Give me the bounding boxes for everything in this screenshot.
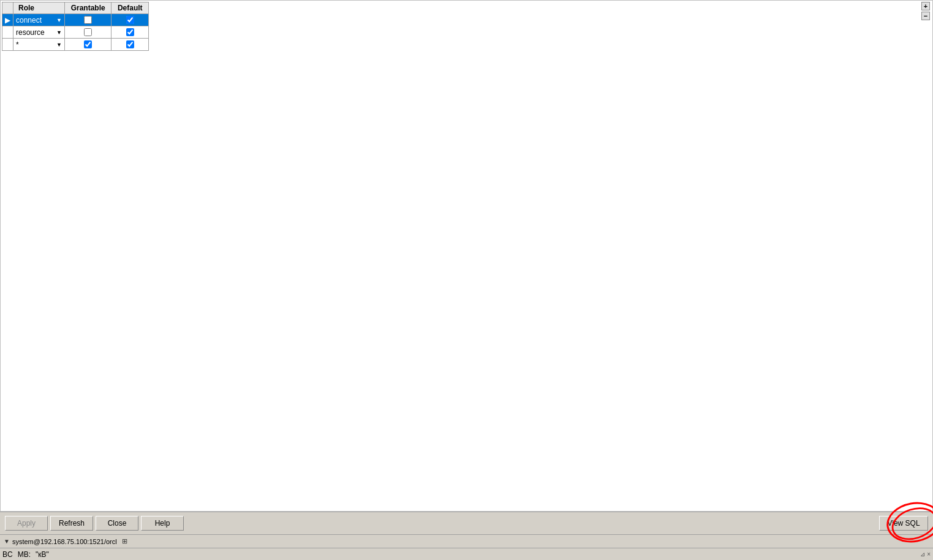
grantable-cell[interactable] bbox=[64, 14, 111, 26]
grantable-checkbox[interactable] bbox=[84, 16, 92, 24]
status-bc: BC bbox=[2, 550, 13, 559]
bottom-bar: Apply Refresh Close Help View SQL bbox=[0, 512, 933, 534]
col-arrow-header bbox=[2, 2, 13, 14]
view-sql-button[interactable]: View SQL bbox=[879, 516, 928, 531]
resize-icon: ⊿ × bbox=[920, 551, 931, 558]
col-grantable-header: Grantable bbox=[64, 2, 111, 14]
col-role-header: Role bbox=[13, 2, 65, 14]
action-buttons: Apply Refresh Close Help bbox=[5, 516, 184, 531]
bottom-status-right: ⊿ × bbox=[920, 551, 931, 558]
status-kb: "кB" bbox=[36, 550, 49, 559]
bottom-status-left: BC MB: "кB" bbox=[2, 550, 49, 559]
role-name: * bbox=[16, 40, 19, 49]
pin-icon: ⊞ bbox=[122, 537, 127, 545]
col-default-header: Default bbox=[111, 2, 149, 14]
default-cell[interactable] bbox=[111, 26, 149, 39]
role-dropdown-arrow[interactable]: ▼ bbox=[56, 42, 62, 48]
status-arrow-icon: ▼ bbox=[4, 538, 10, 545]
roles-table: Role Grantable Default ▶connect▼resource… bbox=[2, 2, 149, 51]
grantable-checkbox[interactable] bbox=[84, 40, 92, 48]
refresh-button[interactable]: Refresh bbox=[50, 516, 93, 531]
default-cell[interactable] bbox=[111, 39, 149, 51]
row-arrow-cell: ▶ bbox=[2, 14, 13, 26]
row-arrow-cell bbox=[2, 39, 13, 51]
role-cell[interactable]: *▼ bbox=[13, 39, 65, 51]
close-button[interactable]: Close bbox=[96, 516, 138, 531]
bottom-status-bar: BC MB: "кB" ⊿ × bbox=[0, 548, 933, 560]
role-dropdown-arrow[interactable]: ▼ bbox=[56, 29, 62, 36]
row-arrow-cell bbox=[2, 26, 13, 39]
status-bar: ▼ system@192.168.75.100:1521/orcl ⊞ bbox=[0, 534, 933, 548]
role-cell[interactable]: resource▼ bbox=[13, 26, 65, 39]
default-cell[interactable] bbox=[111, 14, 149, 26]
view-sql-container: View SQL bbox=[879, 516, 928, 531]
expand-minus-button[interactable]: − bbox=[921, 12, 930, 20]
help-button[interactable]: Help bbox=[141, 516, 184, 531]
table-area: Role Grantable Default ▶connect▼resource… bbox=[1, 1, 932, 51]
role-dropdown-arrow[interactable]: ▼ bbox=[56, 17, 62, 23]
connection-text: system@192.168.75.100:1521/orcl bbox=[12, 538, 117, 545]
default-checkbox[interactable] bbox=[126, 28, 134, 36]
expand-plus-button[interactable]: + bbox=[921, 2, 930, 10]
main-panel: Role Grantable Default ▶connect▼resource… bbox=[0, 0, 933, 512]
role-cell[interactable]: connect▼ bbox=[13, 14, 65, 26]
default-checkbox[interactable] bbox=[126, 16, 134, 24]
role-name: connect bbox=[16, 16, 42, 25]
grantable-cell[interactable] bbox=[64, 39, 111, 51]
apply-button[interactable]: Apply bbox=[5, 516, 48, 531]
status-mb: MB: bbox=[18, 550, 31, 559]
grantable-cell[interactable] bbox=[64, 26, 111, 39]
expand-controls: + − bbox=[921, 2, 930, 20]
role-name: resource bbox=[16, 28, 45, 37]
default-checkbox[interactable] bbox=[126, 40, 134, 48]
grantable-checkbox[interactable] bbox=[84, 28, 92, 36]
